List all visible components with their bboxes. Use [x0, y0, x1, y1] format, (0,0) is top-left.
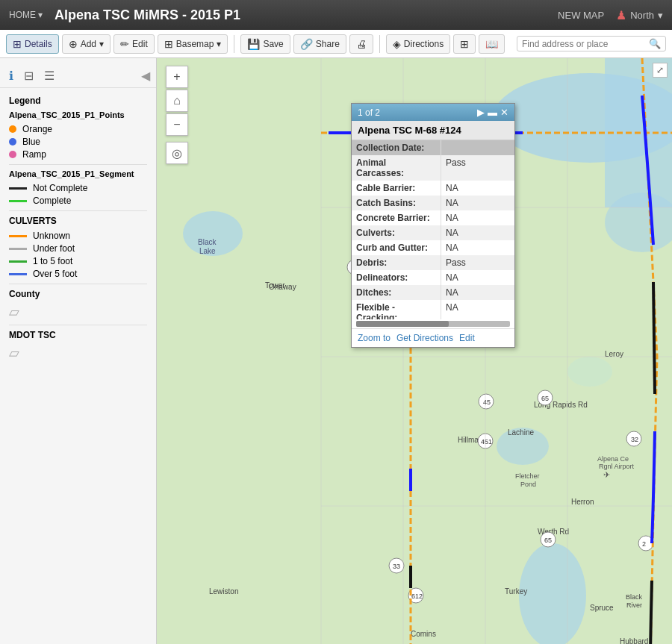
layer-group-county: County [9, 289, 147, 299]
popup-row-value: NA [441, 270, 514, 285]
legend-title: Legend [9, 96, 147, 106]
svg-text:River: River [626, 601, 642, 609]
popup-row-label: Flexible - Cracking: [352, 300, 441, 319]
popup-row: Culverts:NA [352, 225, 514, 240]
legend-label-ramp: Ramp [22, 149, 46, 160]
popup-row: Ditches:NA [352, 285, 514, 300]
popup-row: Collection Date: [352, 140, 514, 155]
popup-footer-link[interactable]: Zoom to [358, 333, 391, 343]
svg-text:Lake: Lake [199, 247, 216, 255]
zoom-in-button[interactable]: + [166, 66, 188, 88]
popup-row-label: Culverts: [352, 225, 441, 240]
svg-text:2: 2 [642, 540, 646, 548]
popup-row-label: Concrete Barrier: [352, 210, 441, 225]
popup-footer: Zoom toGet DirectionsEdit [352, 328, 514, 347]
svg-text:Alpena Ce: Alpena Ce [597, 455, 629, 463]
list-item: ▱ [9, 304, 147, 320]
over-five-line [9, 273, 27, 275]
popup-close-button[interactable]: ✕ [500, 107, 508, 118]
layer-group-mdot: MDOT TSC [9, 330, 147, 340]
sidebar-collapse-button[interactable]: ◀ [141, 69, 150, 83]
popup-next-button[interactable]: ▶ [477, 107, 485, 118]
details-button[interactable]: ⊞ Details [6, 34, 59, 54]
popup-row-label: Debris: [352, 255, 441, 270]
svg-text:45: 45 [483, 398, 491, 406]
svg-text:612: 612 [411, 593, 423, 600]
edit-button[interactable]: ✏ Edit [113, 34, 155, 54]
svg-text:Turkey: Turkey [505, 587, 527, 595]
svg-point-6 [519, 543, 586, 644]
add-chevron: ▾ [99, 39, 104, 49]
popup-minimize-button[interactable]: ▬ [488, 107, 497, 118]
bookmark-button[interactable]: 📖 [479, 34, 505, 54]
details-icon: ⊞ [13, 38, 22, 50]
popup-header: 1 of 2 ▶ ▬ ✕ [352, 104, 514, 121]
user-menu[interactable]: ♟ North ▾ [616, 8, 663, 22]
svg-text:65: 65 [541, 395, 549, 402]
popup-footer-link[interactable]: Get Directions [396, 333, 453, 343]
search-box[interactable]: 🔍 [517, 36, 666, 51]
popup-row-label: Delineators: [352, 270, 441, 285]
list-item: Not Complete [9, 183, 147, 193]
list-item: Orange [9, 124, 147, 134]
legend-section: Legend Alpena_TSC_2015_P1_Points Orange … [0, 93, 156, 369]
popup-nav: ▶ ▬ ✕ [477, 107, 508, 118]
svg-text:Spruce: Spruce [590, 604, 614, 612]
basemap-button[interactable]: ⊞ Basemap ▾ [158, 34, 228, 54]
popup-row: Delineators:NA [352, 270, 514, 285]
save-button[interactable]: 💾 Save [240, 34, 290, 54]
map-container[interactable]: Black Lake Alpena Ce Rgnl Airport ✈ Onaw… [157, 58, 672, 644]
save-icon: 💾 [247, 38, 260, 50]
zoom-out-button[interactable]: − [166, 113, 188, 136]
svg-text:Lewiston: Lewiston [209, 587, 238, 595]
svg-text:65: 65 [544, 537, 552, 544]
svg-text:Tower: Tower [265, 281, 285, 290]
popup-row: Concrete Barrier:NA [352, 210, 514, 225]
popup-body: Collection Date:Animal Carcasses:PassCab… [352, 140, 514, 319]
add-icon: ⊕ [69, 38, 78, 50]
locate-button[interactable]: ◎ [166, 142, 188, 164]
legend-label-orange: Orange [22, 124, 52, 134]
svg-text:Herron: Herron [571, 498, 594, 506]
home-button[interactable]: ⌂ [166, 90, 188, 112]
map-maximize-button[interactable]: ⤢ [653, 63, 668, 78]
tab-table[interactable]: ☰ [41, 67, 57, 84]
popup-row: Curb and Gutter:NA [352, 240, 514, 255]
user-label: North [630, 10, 654, 21]
popup-row-label: Curb and Gutter: [352, 240, 441, 255]
add-button[interactable]: ⊕ Add ▾ [62, 34, 111, 54]
svg-text:33: 33 [393, 563, 400, 570]
map-popup: 1 of 2 ▶ ▬ ✕ Alpena TSC M-68 #124 Collec… [351, 103, 515, 348]
svg-text:Lachine: Lachine [508, 428, 534, 437]
popup-row-value: Pass [441, 255, 514, 270]
tab-layers[interactable]: ⊟ [21, 67, 37, 84]
analysis-button[interactable]: ⊞ [453, 34, 476, 54]
new-map-button[interactable]: NEW MAP [558, 10, 604, 21]
share-button[interactable]: 🔗 Share [293, 34, 346, 54]
popup-row-value: NA [441, 210, 514, 225]
complete-line [9, 200, 27, 202]
underfoot-line [9, 248, 27, 250]
popup-row-label: Collection Date: [352, 140, 441, 155]
legend-label-over-five: Over 5 foot [33, 269, 77, 279]
popup-row-label: Catch Basins: [352, 196, 441, 210]
county-icon: ▱ [9, 304, 19, 320]
toolbar: ⊞ Details ⊕ Add ▾ ✏ Edit ⊞ Basemap ▾ 💾 S… [0, 30, 672, 58]
print-button[interactable]: 🖨 [349, 34, 373, 54]
home-button[interactable]: HOME ▾ [9, 10, 43, 20]
popup-row: Cable Barrier:NA [352, 181, 514, 196]
legend-label-complete: Complete [33, 196, 71, 206]
search-icon: 🔍 [649, 38, 661, 49]
legend-label-under-foot: Under foot [33, 243, 75, 254]
directions-icon: ◈ [393, 38, 401, 50]
popup-footer-link[interactable]: Edit [459, 333, 475, 343]
tab-info[interactable]: ℹ [6, 67, 16, 84]
layer-group-culverts: CULVERTS [9, 216, 147, 226]
legend-label-not-complete: Not Complete [33, 183, 87, 193]
popup-counter: 1 of 2 [358, 107, 474, 118]
search-input[interactable] [522, 39, 646, 49]
separator-1 [234, 35, 234, 53]
separator-2 [379, 35, 380, 53]
directions-button[interactable]: ◈ Directions [386, 34, 450, 54]
svg-text:✈: ✈ [603, 470, 610, 479]
